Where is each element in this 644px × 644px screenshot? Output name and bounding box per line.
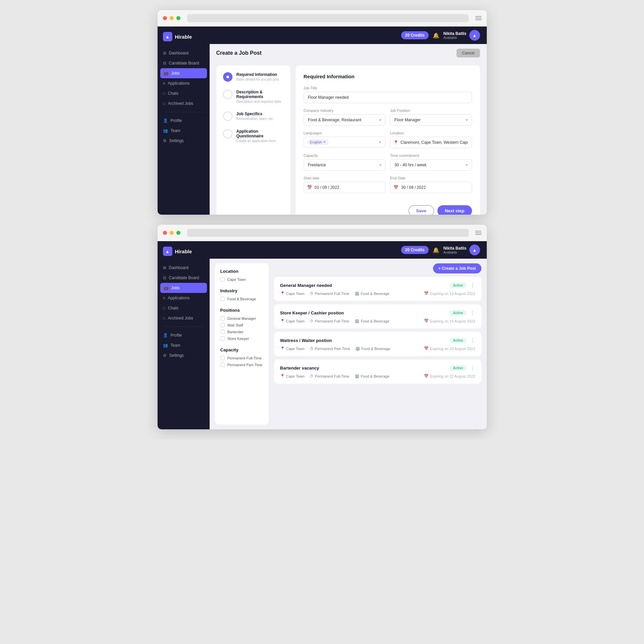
company-industry-group: Company Industry Food & Beverage, Restau… <box>304 109 386 126</box>
avatar: ▲ <box>469 30 480 41</box>
step-label: Required Information <box>237 72 279 77</box>
more-options-icon-1[interactable]: ⋮ <box>470 310 475 316</box>
sidebar-item-jobs-2[interactable]: 💼 Jobs <box>160 283 207 293</box>
job-card-right-0: Active ⋮ <box>449 282 475 289</box>
filter-item-cape-town[interactable]: Cape Town <box>220 277 263 282</box>
bell-icon[interactable]: 🔔 <box>433 32 439 39</box>
jobs-layout: Location Cape Town Industry Food & Bever… <box>210 259 487 429</box>
dot-green[interactable] <box>176 16 180 20</box>
window-chrome-2 <box>158 225 487 241</box>
checkbox-full-time[interactable] <box>220 356 225 360</box>
checkbox-wait-staff[interactable] <box>220 323 225 327</box>
job-card-2: Waitress / Waiter postion Active ⋮ 📍 Cap… <box>274 332 481 356</box>
sidebar-item-dashboard-2[interactable]: ⊞ Dashboard <box>158 263 210 273</box>
checkbox-food[interactable] <box>220 297 225 301</box>
filter-capacity-title: Capacity <box>220 347 263 352</box>
sidebar-item-profile-2[interactable]: 👤 Profile <box>158 330 210 340</box>
more-options-icon-2[interactable]: ⋮ <box>470 337 475 344</box>
archived-icon: □ <box>163 101 165 106</box>
job-position-select[interactable]: Floor Manager <box>390 114 472 126</box>
job-type-3: ⏱ Permanent Full-Time <box>310 374 349 378</box>
sidebar-item-label: Jobs <box>171 286 180 290</box>
credits-badge[interactable]: 20 Credits <box>401 31 429 39</box>
filter-item-wait-staff[interactable]: Wait Staff <box>220 323 263 327</box>
checkbox-part-time[interactable] <box>220 362 225 367</box>
cancel-button[interactable]: Cancel <box>457 49 480 57</box>
capacity-select[interactable]: Freelance <box>304 159 386 171</box>
job-card-0: General Manager needed Active ⋮ 📍 Cape T… <box>274 277 481 301</box>
sidebar-item-archived[interactable]: □ Archived Jobs <box>158 98 210 109</box>
sidebar-item-label: Dashboard <box>169 265 189 270</box>
language-select[interactable] <box>331 140 377 144</box>
checkbox-gm[interactable] <box>220 316 225 320</box>
save-button[interactable]: Save <box>409 205 434 215</box>
archived-icon-2: □ <box>163 316 165 320</box>
end-date-input[interactable] <box>390 182 472 193</box>
filter-panel: Location Cape Town Industry Food & Bever… <box>215 263 269 425</box>
dot-red[interactable] <box>163 16 167 20</box>
filter-positions-title: Positions <box>220 308 263 313</box>
address-bar <box>187 14 469 22</box>
filter-item-bartender[interactable]: Bartender <box>220 330 263 334</box>
filter-item-food[interactable]: Food & Beverage <box>220 297 263 301</box>
industry-icon: 🏢 <box>355 346 360 351</box>
sidebar-item-dashboard[interactable]: ⊞ Dashboard <box>158 48 210 58</box>
languages-tag-input[interactable]: English × ▼ <box>304 137 386 147</box>
bell-icon-2[interactable]: 🔔 <box>433 247 439 253</box>
applications-icon-2: ≡ <box>163 296 165 300</box>
sidebar-item-profile[interactable]: 👤 Profile <box>158 116 210 126</box>
avatar-2: ▲ <box>469 245 480 255</box>
time-commitment-select[interactable]: 30 - 40 hrs / week <box>390 159 472 171</box>
checkbox-store-keeper[interactable] <box>220 336 225 341</box>
sidebar-item-chats-2[interactable]: □ Chats <box>158 303 210 313</box>
filter-item-store-keeper[interactable]: Store Keeper <box>220 336 263 341</box>
start-date-input[interactable] <box>304 182 386 193</box>
sidebar-item-candidate-board[interactable]: ⊟ Candidate Board <box>158 58 210 68</box>
sidebar-item-label: Jobs <box>171 71 180 76</box>
user-info-2: Nikita Batlis Available ▲ <box>443 245 480 255</box>
sidebar-item-applications-2[interactable]: ≡ Applications <box>158 293 210 303</box>
step-circle <box>223 129 232 138</box>
sidebar-item-candidate-board-2[interactable]: ⊟ Candidate Board <box>158 273 210 283</box>
next-step-button[interactable]: Next step <box>437 205 472 215</box>
tag-remove-icon[interactable]: × <box>324 140 326 144</box>
candidate-icon-2: ⊟ <box>163 275 166 280</box>
job-location-0: 📍 Cape Town <box>280 291 305 296</box>
sidebar-item-chats[interactable]: □ Chats <box>158 88 210 98</box>
checkbox-cape-town[interactable] <box>220 277 225 282</box>
menu-icon-2[interactable] <box>475 231 481 235</box>
languages-location-row: Languages English × ▼ <box>304 131 472 154</box>
dot-yellow[interactable] <box>170 16 174 20</box>
company-industry-select[interactable]: Food & Beverage, Restaurant <box>304 114 386 126</box>
sidebar-item-settings-2[interactable]: ⚙ Settings <box>158 350 210 360</box>
sidebar-item-team-2[interactable]: 👥 Team <box>158 340 210 350</box>
filter-item-part-time[interactable]: Permanent Part-Time <box>220 362 263 367</box>
dot-red[interactable] <box>163 231 167 235</box>
create-job-button[interactable]: + Create a Job Post <box>433 263 481 273</box>
job-title-input[interactable] <box>304 92 472 103</box>
more-options-icon-0[interactable]: ⋮ <box>470 282 475 289</box>
location-input[interactable] <box>390 137 472 148</box>
capacity-group: Capacity Freelance ▼ <box>304 154 386 171</box>
address-bar-2 <box>187 229 469 237</box>
sidebar-item-applications[interactable]: ≡ Applications <box>158 78 210 88</box>
languages-label: Languages <box>304 131 386 135</box>
menu-icon[interactable] <box>475 16 481 20</box>
filter-item-full-time[interactable]: Permanent Full-Time <box>220 356 263 360</box>
sidebar-item-settings[interactable]: ⚙ Settings <box>158 136 210 146</box>
calendar-icon: 📅 <box>424 319 429 323</box>
capacity-select-wrapper: Freelance ▼ <box>304 159 386 171</box>
step-circle <box>223 112 232 121</box>
dot-green[interactable] <box>176 231 180 235</box>
app-layout-2: ▲ Hirable ⊞ Dashboard ⊟ Candidate Board … <box>158 241 487 429</box>
credits-badge-2[interactable]: 20 Credits <box>401 246 429 254</box>
more-options-icon-3[interactable]: ⋮ <box>470 365 475 371</box>
checkbox-bartender[interactable] <box>220 330 225 334</box>
dot-yellow[interactable] <box>170 231 174 235</box>
sidebar: ▲ Hirable ⊞ Dashboard ⊟ Candidate Board … <box>158 27 210 215</box>
filter-item-general-manager[interactable]: General Manager <box>220 316 263 320</box>
job-title-2: Waitress / Waiter postion <box>280 338 332 343</box>
sidebar-item-team[interactable]: 👥 Team <box>158 126 210 136</box>
sidebar-item-archived-2[interactable]: □ Archived Jobs <box>158 313 210 323</box>
sidebar-item-jobs[interactable]: 💼 Jobs <box>160 68 207 78</box>
